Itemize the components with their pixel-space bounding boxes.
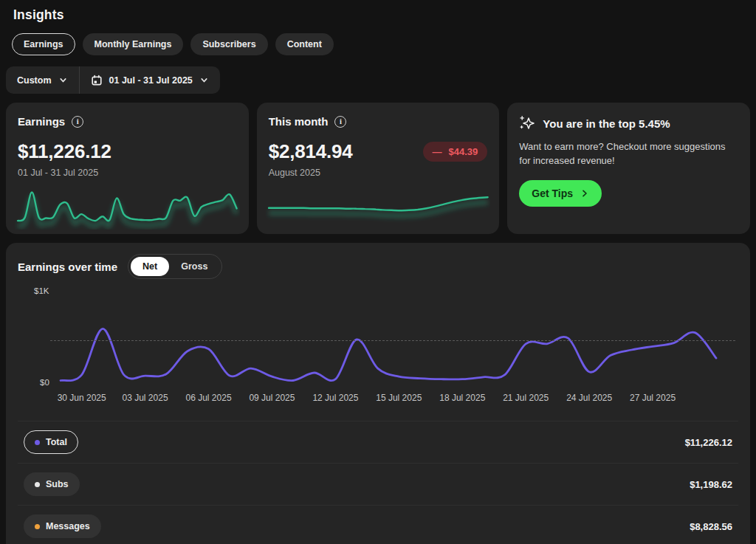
date-range-label: 01 Jul - 31 Jul 2025	[109, 75, 193, 86]
legend-row-messages: Messages $8,828.56	[18, 505, 738, 544]
tips-card-body: Want to earn more? Checkout more suggest…	[519, 140, 727, 168]
legend-pill-messages[interactable]: Messages	[24, 514, 101, 538]
x-tick-label: 03 Jul 2025	[123, 393, 168, 403]
info-icon[interactable]: i	[72, 116, 83, 128]
range-type-label: Custom	[17, 75, 52, 86]
delta-badge: — $44.39	[423, 142, 488, 162]
tab-earnings[interactable]: Earnings	[12, 33, 75, 55]
tab-content[interactable]: Content	[275, 33, 334, 55]
legend-label-messages: Messages	[46, 521, 90, 531]
earnings-period: 01 Jul - 31 Jul 2025	[18, 168, 237, 178]
this-month-card-title: This month	[269, 115, 329, 128]
legend-row-total: Total $11,226.12	[18, 421, 738, 463]
x-tick-label: 06 Jul 2025	[186, 393, 232, 403]
x-tick-label: 24 Jul 2025	[566, 393, 612, 403]
earnings-total-value: $11,226.12	[18, 140, 111, 163]
y-axis-label-0: $0	[40, 378, 49, 387]
chevron-down-icon	[199, 75, 209, 85]
x-tick-label: 21 Jul 2025	[503, 393, 549, 403]
delta-sign: —	[433, 146, 442, 157]
get-tips-button[interactable]: Get Tips	[519, 180, 602, 207]
toggle-gross[interactable]: Gross	[169, 257, 219, 276]
get-tips-label: Get Tips	[532, 187, 573, 199]
earnings-card-title: Earnings	[18, 115, 65, 128]
x-tick-label: 15 Jul 2025	[376, 393, 422, 403]
x-tick-label: 09 Jul 2025	[249, 393, 295, 403]
tips-card: You are in the top 5.45% Want to earn mo…	[507, 103, 750, 234]
net-gross-toggle: Net Gross	[128, 254, 222, 279]
legend-pill-subs[interactable]: Subs	[24, 472, 80, 496]
tab-subscribers[interactable]: Subscribers	[190, 33, 267, 55]
earnings-over-time-title: Earnings over time	[18, 261, 117, 273]
calendar-icon	[91, 75, 103, 86]
insights-tabs: Earnings Monthly Earnings Subscribers Co…	[12, 33, 750, 55]
legend-label-total: Total	[46, 437, 67, 447]
this-month-value: $2,814.94	[269, 140, 353, 163]
this-month-sparkline	[266, 184, 491, 230]
x-tick-label: 12 Jul 2025	[312, 393, 358, 403]
legend-value-total: $11,226.12	[685, 437, 732, 448]
x-tick-label: 27 Jul 2025	[630, 393, 676, 403]
earnings-sparkline	[15, 184, 240, 230]
chevron-down-icon	[58, 75, 68, 85]
page-title: Insights	[6, 0, 750, 23]
this-month-card: This month i $2,814.94 — $44.39 August 2…	[257, 103, 500, 234]
subs-dot	[35, 482, 40, 487]
chart-legend: Total $11,226.12 Subs $1,198.62 Messages…	[18, 421, 738, 544]
chevron-right-icon	[580, 189, 589, 198]
earnings-chart: $1K $0 30 Jun 202503 Jul 202506 Jul 2025…	[18, 283, 738, 410]
delta-amount: $44.39	[449, 146, 478, 157]
chart-plot-area[interactable]	[18, 292, 738, 387]
toggle-net[interactable]: Net	[131, 257, 169, 276]
range-type-dropdown[interactable]: Custom	[6, 66, 79, 94]
sparkle-icon	[519, 115, 535, 131]
legend-value-messages: $8,828.56	[690, 521, 732, 532]
info-icon[interactable]: i	[334, 116, 346, 128]
earnings-card: Earnings i $11,226.12 01 Jul - 31 Jul 20…	[6, 103, 249, 234]
date-range-dropdown[interactable]: 01 Jul - 31 Jul 2025	[80, 66, 220, 94]
this-month-period: August 2025	[269, 168, 488, 178]
x-tick-label: 30 Jun 2025	[58, 393, 106, 403]
dashed-gridline	[50, 340, 735, 341]
earnings-over-time-panel: Earnings over time Net Gross $1K $0 30 J…	[6, 243, 750, 544]
insights-page: Insights Earnings Monthly Earnings Subsc…	[0, 0, 756, 544]
legend-pill-total[interactable]: Total	[24, 430, 78, 454]
legend-label-subs: Subs	[46, 479, 69, 489]
tips-card-title: You are in the top 5.45%	[543, 117, 670, 130]
date-filter-bar: Custom 01 Jul - 31 Jul 2025	[6, 66, 220, 94]
messages-dot	[35, 524, 40, 529]
legend-value-subs: $1,198.62	[690, 479, 732, 490]
x-axis-labels: 30 Jun 202503 Jul 202506 Jul 202509 Jul …	[18, 393, 738, 404]
tab-monthly-earnings[interactable]: Monthly Earnings	[83, 33, 184, 55]
summary-cards: Earnings i $11,226.12 01 Jul - 31 Jul 20…	[6, 103, 750, 234]
legend-row-subs: Subs $1,198.62	[18, 463, 738, 505]
x-tick-label: 18 Jul 2025	[439, 393, 485, 403]
total-dot	[35, 440, 40, 445]
